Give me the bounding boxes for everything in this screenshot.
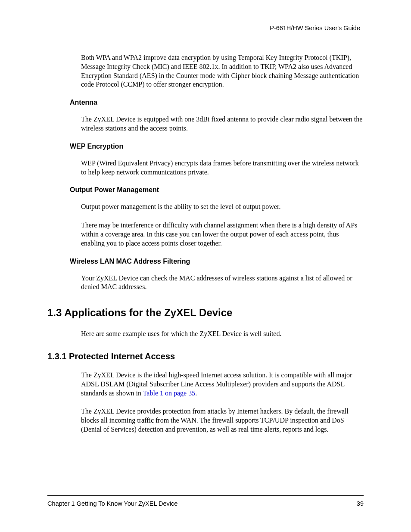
footer-page-number: 39 [357,500,364,507]
output-power-body2: There may be interference or difficulty … [81,221,364,248]
page-container: P-661H/HW Series User's Guide Both WPA a… [0,0,411,434]
output-power-heading: Output Power Management [70,186,364,194]
mac-filtering-body: Your ZyXEL Device can check the MAC addr… [81,274,364,292]
footer-divider [47,495,364,496]
mac-filtering-heading: Wireless LAN MAC Address Filtering [70,258,364,265]
applications-intro: Here are some example uses for which the… [81,330,364,339]
intro-paragraph: Both WPA and WPA2 improve data encryptio… [81,53,364,89]
footer-chapter-text: Chapter 1 Getting To Know Your ZyXEL Dev… [47,500,177,507]
protected-access-body1-post: . [195,389,197,397]
page-footer: Chapter 1 Getting To Know Your ZyXEL Dev… [47,495,364,507]
protected-access-body2: The ZyXEL Device provides protection fro… [81,407,364,434]
applications-heading: 1.3 Applications for the ZyXEL Device [47,307,364,319]
antenna-body: The ZyXEL Device is equipped with one 3d… [81,115,364,133]
protected-access-body1-pre: The ZyXEL Device is the ideal high-speed… [81,371,352,397]
wep-body: WEP (Wired Equivalent Privacy) encrypts … [81,159,364,177]
header-divider [47,36,364,36]
table-reference-link[interactable]: Table 1 on page 35 [143,389,196,397]
wep-heading: WEP Encryption [70,143,364,150]
output-power-body1: Output power management is the ability t… [81,202,364,212]
header-guide-title: P-661H/HW Series User's Guide [47,25,364,31]
protected-access-heading: 1.3.1 Protected Internet Access [47,352,364,361]
footer-row: Chapter 1 Getting To Know Your ZyXEL Dev… [47,500,364,507]
antenna-heading: Antenna [70,99,364,106]
protected-access-body1: The ZyXEL Device is the ideal high-speed… [81,371,364,398]
